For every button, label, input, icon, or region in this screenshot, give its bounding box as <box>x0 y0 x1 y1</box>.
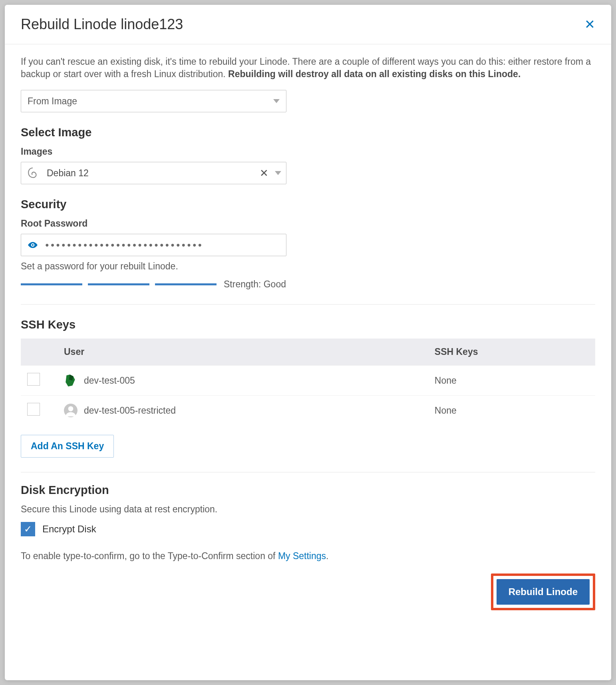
row-checkbox[interactable] <box>27 403 40 416</box>
confirm-prefix: To enable type-to-confirm, go to the Typ… <box>21 551 278 561</box>
password-helper: Set a password for your rebuilt Linode. <box>21 261 595 272</box>
col-ssh-keys: SSH Keys <box>428 339 595 366</box>
images-label: Images <box>21 146 595 157</box>
chevron-down-icon <box>275 171 281 175</box>
user-cell: dev-test-005-restricted <box>64 404 422 417</box>
security-heading: Security <box>21 198 595 211</box>
modal-header: Rebuild Linode linode123 ✕ <box>5 5 611 44</box>
divider <box>21 472 595 472</box>
modal-body: If you can't rescue an existing disk, it… <box>5 44 611 626</box>
intro-warning: Rebuilding will destroy all data on all … <box>228 69 521 79</box>
root-password-label: Root Password <box>21 218 595 229</box>
ssh-keys-value: None <box>428 366 595 396</box>
col-user: User <box>58 339 428 366</box>
close-icon[interactable]: ✕ <box>584 18 595 31</box>
debian-icon <box>26 166 40 180</box>
divider <box>21 304 595 305</box>
avatar-icon <box>64 374 77 387</box>
strength-label: Strength: Good <box>224 279 286 290</box>
strength-meter: Strength: Good <box>21 279 595 290</box>
my-settings-link[interactable]: My Settings <box>278 551 326 561</box>
image-value: Debian 12 <box>47 168 260 179</box>
clear-image-icon[interactable]: ✕ <box>260 167 268 179</box>
encrypt-disk-checkbox[interactable]: ✓ <box>21 522 35 536</box>
intro-text: If you can't rescue an existing disk, it… <box>21 56 595 80</box>
image-select[interactable]: Debian 12 ✕ <box>21 162 286 184</box>
root-password-input[interactable]: ●●●●●●●●●●●●●●●●●●●●●●●●●●●●● <box>21 234 286 256</box>
encrypt-disk-row: ✓ Encrypt Disk <box>21 522 595 536</box>
ssh-keys-heading: SSH Keys <box>21 318 595 331</box>
strength-bar-1 <box>21 283 82 285</box>
eye-icon[interactable] <box>28 240 38 250</box>
strength-bar-3 <box>155 283 217 285</box>
table-row: dev-test-005 None <box>21 366 595 396</box>
strength-bar-2 <box>88 283 149 285</box>
table-header-row: User SSH Keys <box>21 339 595 366</box>
ssh-keys-value: None <box>428 396 595 426</box>
confirm-suffix: . <box>326 551 328 561</box>
ssh-keys-table: User SSH Keys dev-test-005 N <box>21 339 595 425</box>
row-checkbox[interactable] <box>27 373 40 386</box>
modal-footer: Rebuild Linode <box>21 573 595 610</box>
disk-encryption-heading: Disk Encryption <box>21 484 595 497</box>
add-ssh-key-button[interactable]: Add An SSH Key <box>21 435 114 458</box>
chevron-down-icon <box>273 99 280 103</box>
avatar-icon <box>64 404 77 417</box>
table-row: dev-test-005-restricted None <box>21 396 595 426</box>
modal-title: Rebuild Linode linode123 <box>21 16 183 33</box>
source-select[interactable]: From Image <box>21 90 286 112</box>
select-image-heading: Select Image <box>21 126 595 139</box>
col-checkbox <box>21 339 58 366</box>
rebuild-linode-button[interactable]: Rebuild Linode <box>497 579 590 605</box>
disk-encryption-desc: Secure this Linode using data at rest en… <box>21 504 595 515</box>
check-icon: ✓ <box>24 524 32 535</box>
type-to-confirm-text: To enable type-to-confirm, go to the Typ… <box>21 551 595 562</box>
source-select-value: From Image <box>28 96 77 107</box>
rebuild-modal: Rebuild Linode linode123 ✕ If you can't … <box>5 5 611 680</box>
user-name: dev-test-005 <box>84 375 135 386</box>
highlight-box: Rebuild Linode <box>491 573 595 610</box>
user-name: dev-test-005-restricted <box>84 405 176 416</box>
encrypt-disk-label: Encrypt Disk <box>42 524 96 535</box>
user-cell: dev-test-005 <box>64 374 422 387</box>
password-masked: ●●●●●●●●●●●●●●●●●●●●●●●●●●●●● <box>45 241 203 249</box>
svg-point-1 <box>68 406 74 411</box>
